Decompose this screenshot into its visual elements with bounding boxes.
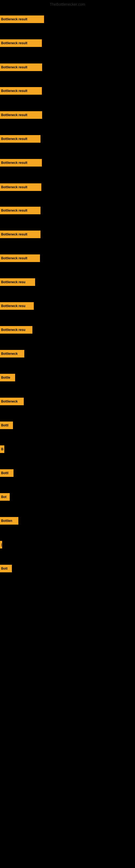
bottleneck-bar-label: Bott bbox=[1, 567, 8, 570]
bottleneck-bar: Bottleneck result bbox=[0, 230, 41, 238]
bottleneck-bar-label: Bottleneck result bbox=[1, 41, 27, 45]
bottleneck-bar: Bottleneck result bbox=[0, 207, 41, 214]
bottleneck-bar: Bottlen bbox=[0, 517, 18, 525]
bottleneck-bar: Bottleneck resu bbox=[0, 278, 35, 286]
bottleneck-bar: Bot bbox=[0, 493, 10, 501]
bottleneck-bar: Bottleneck result bbox=[0, 135, 41, 143]
bottleneck-bar: Bottleneck resu bbox=[0, 326, 32, 334]
bottleneck-bar-label: Bottleneck result bbox=[1, 256, 27, 260]
bottleneck-bar-label: Bottleneck resu bbox=[1, 280, 26, 284]
bottleneck-bar-label: Bottlen bbox=[1, 519, 12, 523]
bottleneck-bar: Bottleneck result bbox=[0, 111, 42, 119]
bottleneck-bar: B bbox=[0, 445, 4, 453]
bottleneck-bar-label: Bottleneck bbox=[1, 352, 17, 355]
bottleneck-bar: Bottleneck result bbox=[0, 16, 44, 23]
bottleneck-bar-label: Bot bbox=[1, 495, 6, 499]
bottleneck-bar-label: Bottleneck resu bbox=[1, 304, 26, 308]
bottleneck-bar: Bottleneck result bbox=[0, 183, 41, 191]
bottleneck-bar-label: Bottleneck result bbox=[1, 137, 27, 141]
bottleneck-bar: | bbox=[0, 541, 2, 549]
bottleneck-bar-label: Bottleneck resu bbox=[1, 328, 26, 332]
bottleneck-bar-label: Bottleneck result bbox=[1, 89, 27, 93]
bottleneck-bar: Bottleneck result bbox=[0, 87, 42, 95]
bottleneck-bar-label: Bottleneck result bbox=[1, 232, 27, 236]
bottleneck-bar-label: Bottleneck result bbox=[1, 18, 27, 21]
bottleneck-bar-label: Bottleneck result bbox=[1, 65, 27, 69]
bottleneck-bar-label: | bbox=[1, 543, 2, 547]
bottleneck-bar-label: B bbox=[1, 447, 3, 451]
bottleneck-bar-label: Bottl bbox=[1, 471, 8, 475]
site-title: TheBottlenecker.com bbox=[50, 2, 85, 6]
bottleneck-bar-label: Bottleneck result bbox=[1, 161, 27, 165]
bottleneck-bar: Bottleneck result bbox=[0, 39, 42, 47]
bottleneck-bar: Bottl bbox=[0, 422, 13, 429]
bottleneck-bar: Bott bbox=[0, 565, 12, 572]
bottleneck-bar: Bottleneck resu bbox=[0, 302, 34, 310]
bottleneck-bar: Bottleneck result bbox=[0, 254, 40, 262]
bottleneck-bar-label: Bottleneck bbox=[1, 400, 17, 403]
bottleneck-bar: Bottle bbox=[0, 374, 15, 381]
bottleneck-bar-label: Bottl bbox=[1, 424, 8, 427]
bottleneck-bar: Bottleneck result bbox=[0, 63, 42, 71]
bottleneck-bar: Bottleneck bbox=[0, 398, 24, 405]
bottleneck-bar-label: Bottleneck result bbox=[1, 185, 27, 189]
bottleneck-bar-label: Bottle bbox=[1, 376, 10, 379]
bottleneck-bar-label: Bottleneck result bbox=[1, 209, 27, 212]
bottleneck-bar: Bottleneck bbox=[0, 350, 24, 358]
bottleneck-bar: Bottl bbox=[0, 469, 13, 477]
bottleneck-bar: Bottleneck result bbox=[0, 159, 42, 166]
bottleneck-bar-label: Bottleneck result bbox=[1, 113, 27, 117]
